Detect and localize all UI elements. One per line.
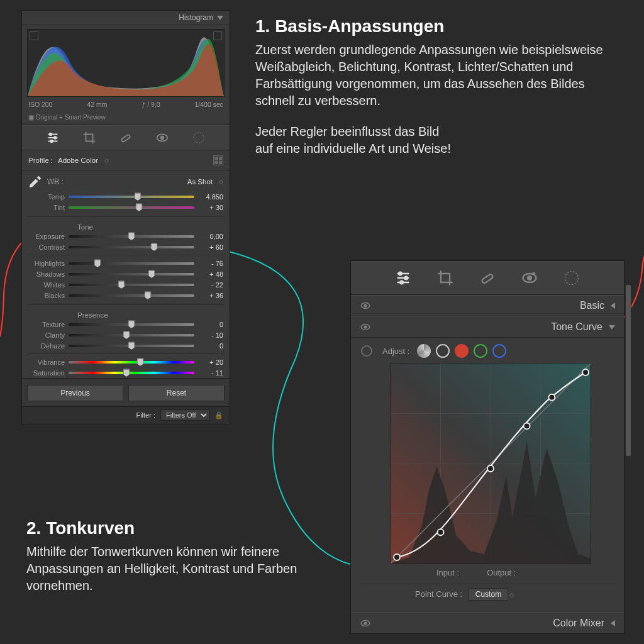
slider-contrast[interactable]: Contrast + 60 — [22, 242, 230, 252]
crop-icon[interactable] — [82, 131, 96, 145]
svg-point-2 — [50, 140, 53, 143]
redeye-icon[interactable] — [521, 269, 538, 287]
wb-row: WB : As Shot◇ — [22, 171, 230, 191]
filter-select[interactable]: Filters Off — [160, 409, 209, 421]
histogram[interactable] — [27, 29, 225, 97]
tonecurve-section-header[interactable]: Tone Curve — [351, 316, 624, 338]
svg-point-34 — [364, 622, 367, 625]
svg-rect-3 — [121, 134, 130, 142]
slider-highlights[interactable]: Highlights - 76 — [22, 258, 230, 269]
redeye-icon[interactable] — [155, 131, 169, 145]
channel-green-icon[interactable] — [474, 344, 487, 358]
crop-icon[interactable] — [436, 269, 454, 287]
svg-point-31 — [548, 394, 555, 401]
profile-value[interactable]: Adobe Color — [58, 157, 98, 164]
svg-point-14 — [565, 272, 578, 285]
svg-point-5 — [161, 136, 164, 140]
exif-iso: ISO 200 — [28, 101, 53, 108]
targeted-adjust-icon[interactable] — [361, 345, 372, 357]
channel-blue-icon[interactable] — [492, 344, 506, 358]
wb-value[interactable]: As Shot — [187, 178, 213, 186]
svg-point-1 — [54, 136, 57, 139]
slider-tint[interactable]: Tint + 30 — [22, 202, 230, 213]
basic-section-header[interactable]: Basic — [351, 295, 624, 316]
tone-curve-graph[interactable] — [390, 363, 591, 564]
slider-dehaze[interactable]: Dehaze 0 — [22, 340, 230, 351]
reset-button[interactable]: Reset — [128, 385, 225, 401]
explain-tonkurven-title: 2. Tonkurven — [26, 518, 316, 538]
svg-point-16 — [364, 304, 367, 307]
channel-rgb-icon[interactable] — [436, 344, 450, 358]
explain-basis-body1: Zuerst werden grundlegende Anpassungen w… — [255, 42, 626, 109]
edit-sliders-icon[interactable] — [46, 131, 60, 145]
profile-browser-icon[interactable] — [213, 155, 223, 165]
slider-shadows[interactable]: Shadows + 48 — [22, 269, 230, 279]
eye-icon[interactable] — [360, 321, 371, 333]
slider-saturation[interactable]: Saturation - 11 — [22, 367, 230, 378]
panel-scrollbar[interactable] — [625, 261, 631, 633]
edit-sliders-icon[interactable] — [394, 269, 412, 287]
channel-red-icon[interactable] — [455, 344, 469, 358]
clip-shadows-icon[interactable] — [30, 31, 38, 40]
preview-mode[interactable]: Original + Smart Preview — [22, 112, 230, 125]
lock-icon[interactable]: 🔒 — [214, 411, 223, 419]
svg-point-9 — [401, 281, 404, 284]
tonecurve-panel: Basic Tone Curve Adjust : — [350, 260, 625, 634]
tone-title: Tone — [22, 221, 230, 231]
slider-blacks[interactable]: Blacks + 36 — [22, 290, 230, 301]
svg-point-8 — [405, 277, 408, 280]
masking-icon[interactable] — [563, 269, 580, 287]
svg-point-0 — [50, 133, 52, 136]
curve-output-label: Output : — [487, 568, 516, 577]
histogram-header[interactable]: Histogram — [22, 11, 230, 25]
tool-strip — [22, 125, 230, 150]
svg-point-7 — [399, 272, 402, 275]
channel-parametric-icon[interactable] — [417, 344, 431, 358]
svg-point-28 — [438, 529, 444, 535]
explain-tonkurven-body: Mithilfe der Tonwertkurven können wir fe… — [26, 543, 316, 594]
profile-row[interactable]: Profile : Adobe Color◇ — [22, 150, 230, 171]
colormixer-section-header[interactable]: Color Mixer — [351, 613, 624, 633]
masking-icon[interactable] — [192, 131, 206, 145]
eye-icon[interactable] — [360, 618, 371, 629]
previous-button[interactable]: Previous — [27, 385, 123, 401]
svg-rect-10 — [481, 274, 493, 284]
slider-texture[interactable]: Texture 0 — [22, 319, 230, 330]
explain-basis-title: 1. Basis-Anpassungen — [255, 16, 626, 36]
curve-area: Adjust : — [351, 338, 624, 613]
svg-point-30 — [524, 423, 530, 429]
eye-icon[interactable] — [360, 300, 371, 311]
point-curve-row[interactable]: Point Curve : Custom◇ — [361, 584, 614, 608]
presence-title: Presence — [22, 309, 230, 319]
adjust-row: Adjust : — [361, 344, 614, 358]
slider-clarity[interactable]: Clarity - 10 — [22, 330, 230, 340]
filter-label: Filter : — [136, 411, 155, 419]
slider-exposure[interactable]: Exposure 0,00 — [22, 231, 230, 242]
exif-focal: 42 mm — [87, 101, 107, 108]
svg-point-13 — [533, 273, 535, 274]
histogram-label: Histogram — [179, 13, 213, 22]
develop-panel: Histogram ISO 200 42 mm ƒ / 9,0 1/400 se… — [21, 10, 230, 425]
adjust-label: Adjust : — [382, 347, 409, 356]
exif-shutter: 1/400 sec — [194, 101, 223, 108]
slider-whites[interactable]: Whites - 22 — [22, 279, 230, 290]
eyedropper-icon[interactable] — [28, 175, 42, 189]
svg-point-29 — [487, 465, 494, 472]
chevron-down-icon — [609, 325, 615, 330]
svg-point-6 — [194, 133, 204, 143]
svg-point-32 — [582, 369, 589, 375]
slider-temp[interactable]: Temp 4.850 — [22, 191, 230, 202]
filter-row[interactable]: Filter : Filters Off 🔒 — [22, 406, 230, 425]
healing-brush-icon[interactable] — [479, 269, 496, 287]
explain-basis: 1. Basis-Anpassungen Zuerst werden grund… — [255, 16, 626, 157]
clip-highlights-icon[interactable] — [213, 31, 222, 40]
explain-basis-body2: Jeder Regler beeinflusst das Bild auf ei… — [255, 123, 626, 157]
pointcurve-value[interactable]: Custom — [469, 588, 508, 601]
tool-strip-right — [351, 261, 624, 295]
basic-label: Basic — [580, 300, 604, 311]
slider-vibrance[interactable]: Vibrance + 20 — [22, 357, 230, 367]
healing-brush-icon[interactable] — [119, 131, 133, 145]
tonecurve-label: Tone Curve — [551, 321, 602, 333]
chevron-left-icon — [611, 303, 615, 309]
pointcurve-label: Point Curve : — [415, 589, 462, 599]
